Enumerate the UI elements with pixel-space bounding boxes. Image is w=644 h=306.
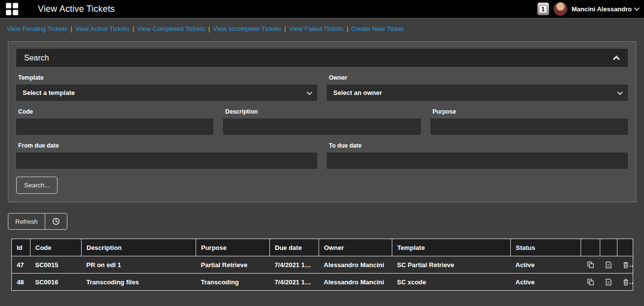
cell-purpose: Transcoding	[196, 274, 270, 291]
chevron-down-icon	[307, 89, 312, 94]
notification-count: 1	[539, 5, 547, 13]
cell-code: SC0015	[30, 256, 82, 274]
column-header-actions	[600, 239, 617, 256]
cell-id: 48	[12, 274, 30, 291]
cell-template: SC Partial Retrieve	[392, 256, 511, 274]
nav-separator: |	[347, 25, 349, 32]
search-panel-title: Search	[24, 54, 49, 62]
user-avatar[interactable]	[554, 2, 567, 16]
column-header-actions	[617, 239, 633, 256]
refresh-button[interactable]: Refresh	[8, 214, 45, 229]
code-input[interactable]	[16, 119, 213, 135]
code-label: Code	[18, 108, 211, 115]
cell-owner: Alessandro Mancini	[319, 256, 392, 274]
search-button[interactable]: Search...	[16, 177, 58, 194]
to-due-date-label: To due date	[329, 142, 626, 149]
clock-history-icon	[52, 217, 60, 225]
nav-link-view-failed-tickets[interactable]: View Failed Tickets	[289, 25, 344, 32]
nav-separator: |	[284, 25, 286, 32]
cell-due-date: 7/4/2021 12…	[270, 256, 319, 274]
user-name-label: Mancini Alessandro	[572, 5, 632, 13]
description-input[interactable]	[223, 119, 420, 135]
user-menu[interactable]: Mancini Alessandro	[572, 5, 638, 13]
notification-badge[interactable]: 1	[537, 2, 549, 15]
column-header-actions	[581, 239, 600, 256]
nav-link-view-completed-tickets[interactable]: View Completed Tickets	[137, 25, 205, 32]
user-menu-chevron-icon	[634, 5, 640, 11]
purpose-input[interactable]	[431, 119, 628, 135]
description-label: Description	[225, 108, 418, 115]
cell-code: SC0016	[30, 274, 82, 291]
nav-link-view-active-tickets[interactable]: View Active Tickets	[75, 25, 129, 32]
column-header-status: Status	[511, 239, 581, 256]
cell-owner: Alessandro Mancini	[319, 274, 392, 291]
tickets-table: Id Code Description Purpose Due date Own…	[11, 239, 633, 291]
to-due-date-input[interactable]	[327, 153, 628, 169]
column-header-code: Code	[30, 239, 82, 256]
column-header-due-date: Due date	[270, 239, 319, 256]
nav-separator: |	[208, 25, 210, 32]
owner-select-value: Select an owner	[333, 89, 382, 96]
cell-status: Active	[511, 274, 581, 291]
owner-select[interactable]: Select an owner	[327, 85, 628, 101]
from-due-date-label: From due date	[18, 142, 315, 149]
column-header-template: Template	[392, 239, 511, 256]
chevron-down-icon	[617, 89, 623, 94]
owner-label: Owner	[329, 74, 626, 81]
column-header-purpose: Purpose	[196, 239, 270, 256]
template-label: Template	[18, 74, 315, 81]
nav-link-view-incomplete-tickets[interactable]: View Incomplete Tickets	[213, 25, 281, 32]
document-icon[interactable]	[605, 261, 612, 269]
auto-refresh-button[interactable]	[45, 214, 67, 229]
table-row: 47 SC0015 PR on edl 1 Partial Retrieve 7…	[12, 256, 633, 274]
document-icon[interactable]	[605, 278, 612, 286]
table-header-row: Id Code Description Purpose Due date Own…	[12, 239, 633, 256]
top-header-bar: View Active Tickets 1 Mancini Alessandro	[0, 0, 644, 18]
column-header-id: Id	[12, 239, 30, 256]
cell-description: Transcoding files	[82, 274, 196, 291]
cell-due-date: 7/4/2021 12…	[270, 274, 319, 291]
chevron-up-icon[interactable]	[613, 56, 620, 62]
cell-template: SC xcode	[392, 274, 511, 291]
table-row: 48 SC0016 Transcoding files Transcoding …	[12, 274, 633, 291]
template-select-value: Select a template	[23, 89, 75, 96]
nav-separator: |	[132, 25, 134, 32]
from-due-date-input[interactable]	[16, 153, 317, 169]
ticket-nav-links: View Pending Tickets|View Active Tickets…	[0, 18, 644, 38]
copy-icon[interactable]	[587, 261, 594, 269]
cell-status: Active	[511, 256, 581, 274]
nav-separator: |	[70, 25, 72, 32]
purpose-label: Purpose	[433, 108, 626, 115]
cell-description: PR on edl 1	[82, 256, 196, 274]
search-panel: Search Template Select a template Owner …	[8, 41, 636, 202]
column-header-owner: Owner	[319, 239, 392, 256]
column-header-description: Description	[82, 239, 196, 256]
cell-id: 47	[12, 256, 30, 274]
page-title: View Active Tickets	[38, 4, 115, 14]
search-panel-header[interactable]: Search	[16, 49, 628, 67]
cell-purpose: Partial Retrieve	[196, 256, 270, 274]
nav-link-create-new-ticket[interactable]: Create New Ticket	[351, 25, 404, 32]
app-grid-icon[interactable]	[6, 3, 18, 15]
template-select[interactable]: Select a template	[16, 85, 317, 101]
nav-link-view-pending-tickets[interactable]: View Pending Tickets	[7, 25, 67, 32]
trash-icon[interactable]	[622, 261, 629, 269]
copy-icon[interactable]	[587, 278, 594, 286]
trash-icon[interactable]	[622, 278, 629, 286]
refresh-button-group: Refresh	[8, 213, 67, 230]
